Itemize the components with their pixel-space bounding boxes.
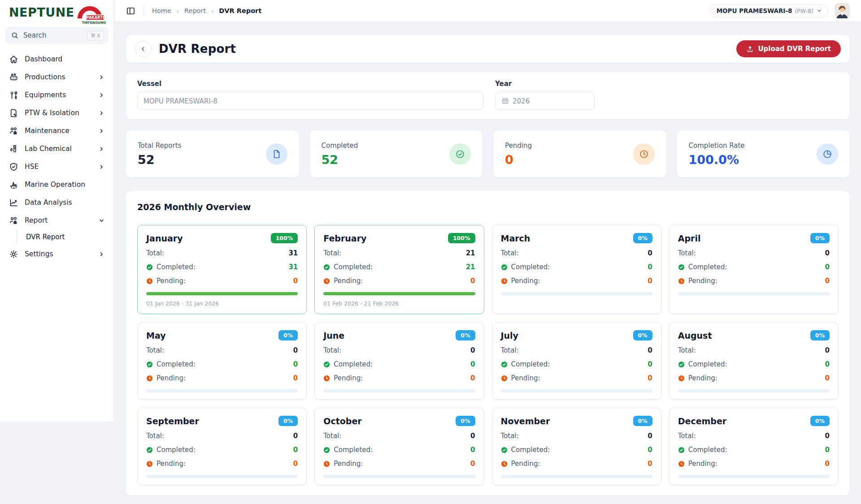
sidebar-item-maintenance[interactable]: Maintenance — [4, 122, 109, 140]
completed-label: Completed: — [334, 446, 373, 454]
breadcrumb-home[interactable]: Home — [152, 7, 171, 14]
stat-label: Pending — [505, 142, 532, 150]
total-label: Total: — [146, 432, 164, 440]
sidebar-item-productions[interactable]: Productions — [4, 68, 109, 86]
completed-label: Completed: — [688, 360, 727, 368]
progress-bar — [323, 389, 475, 392]
main-area: Home › Report › DVR Report MOPU PRAMESWA… — [115, 0, 861, 495]
sidebar-toggle-button[interactable] — [126, 6, 135, 16]
user-avatar[interactable] — [835, 3, 850, 18]
completed-value: 0 — [470, 446, 475, 454]
completed-value: 21 — [466, 263, 475, 271]
sidebar-item-hse[interactable]: HSE — [4, 158, 109, 176]
sidebar-item-marine-operation[interactable]: Marine Operation — [4, 176, 109, 194]
pending-label: Pending: — [511, 374, 540, 382]
progress-bar — [501, 389, 652, 392]
back-button[interactable] — [135, 41, 152, 57]
sidebar-item-settings[interactable]: Settings — [4, 245, 109, 263]
check-circle-icon — [449, 143, 471, 165]
progress-bar — [146, 292, 298, 295]
month-name: July — [501, 331, 519, 340]
brand-name: NEPTUNE — [9, 4, 74, 22]
pending-label: Pending: — [688, 460, 718, 468]
completed-value: 0 — [293, 360, 298, 368]
progress-bar — [501, 475, 652, 478]
clock-icon — [678, 461, 685, 467]
total-value: 21 — [466, 249, 475, 257]
completed-value: 0 — [825, 263, 830, 271]
stat-label: Total Reports — [138, 142, 181, 150]
year-picker[interactable]: 2026 — [495, 92, 595, 110]
chevron-left-icon — [140, 46, 147, 52]
stat-pending: Pending 0 — [493, 130, 666, 177]
month-card-november: November0% Total:0 Completed:0 Pending:0 — [492, 408, 661, 485]
chevron-right-icon — [98, 128, 105, 134]
pending-value: 0 — [293, 277, 298, 285]
sidebar-item-report[interactable]: Report — [4, 211, 109, 229]
percent-badge: 0% — [456, 330, 475, 340]
stat-value: 52 — [322, 153, 358, 167]
pending-value: 0 — [825, 374, 830, 382]
completed-value: 0 — [825, 360, 830, 368]
sidebar-item-label: Settings — [25, 250, 98, 258]
upload-dvr-report-button[interactable]: Upload DVR Report — [736, 40, 841, 57]
search-shortcut-badge: ⌘ K — [87, 31, 104, 40]
percent-badge: 0% — [810, 330, 830, 340]
line-chart-icon — [9, 198, 18, 207]
sidebar: NEPTUNE PAKARTI TIRTOAGUNG ⌘ K Dashboard… — [0, 0, 114, 422]
clock-icon — [501, 461, 508, 467]
clock-icon — [323, 461, 330, 467]
sidebar-item-ptw-isolation[interactable]: PTW & Isolation — [4, 104, 109, 122]
stat-completion-rate: Completion Rate 100.0% — [677, 130, 850, 177]
month-name: August — [678, 331, 712, 340]
pending-label: Pending: — [334, 460, 363, 468]
pending-value: 0 — [470, 460, 475, 468]
topbar-right: MOPU PRAMESWARI-8 (PW-8) — [710, 3, 850, 18]
vessel-selector[interactable]: MOPU PRAMESWARI-8 (PW-8) — [710, 4, 828, 17]
chevron-down-icon — [816, 8, 822, 14]
check-circle-icon — [323, 361, 330, 368]
months-grid: January100% Total:31 Completed:31 Pendin… — [137, 225, 839, 485]
sidebar-item-equipments[interactable]: Equipments — [4, 86, 109, 104]
check-circle-icon — [678, 447, 685, 453]
chevron-right-icon — [98, 92, 105, 99]
pending-label: Pending: — [511, 460, 540, 468]
breadcrumb-report[interactable]: Report — [184, 7, 206, 14]
permit-key-icon — [9, 108, 18, 118]
percent-badge: 0% — [633, 416, 652, 426]
pie-chart-icon — [817, 143, 838, 165]
breadcrumb-separator: › — [177, 8, 179, 14]
completed-label: Completed: — [511, 446, 550, 454]
percent-badge: 0% — [633, 330, 652, 340]
completed-label: Completed: — [157, 360, 196, 368]
brand-arch-logo: PAKARTI TIRTOAGUNG — [76, 4, 106, 25]
pending-label: Pending: — [334, 374, 363, 382]
pending-value: 0 — [293, 460, 298, 468]
check-circle-icon — [323, 447, 330, 453]
progress-bar — [678, 389, 830, 392]
sidebar-subitem-dvr-report[interactable]: DVR Report — [17, 229, 109, 244]
total-label: Total: — [678, 346, 696, 354]
sidebar-item-data-analysis[interactable]: Data Analysis — [4, 194, 109, 211]
sidebar-item-dashboard[interactable]: Dashboard — [4, 50, 109, 68]
total-value: 0 — [293, 346, 298, 354]
progress-bar — [323, 475, 475, 478]
sidebar-nav: Dashboard Productions Equipments PTW & I… — [4, 50, 109, 263]
sidebar-item-lab-chemical[interactable]: Lab Chemical — [4, 140, 109, 158]
progress-bar — [146, 475, 298, 478]
clock-icon — [501, 278, 508, 284]
month-date-range: 01 Jan 2026 - 31 Jan 2026 — [146, 300, 298, 307]
tools-icon — [9, 90, 18, 100]
sidebar-item-label: Maintenance — [25, 127, 98, 135]
maintenance-crew-icon — [9, 126, 18, 136]
stat-completed: Completed 52 — [310, 130, 483, 177]
pending-label: Pending: — [157, 277, 186, 285]
clock-icon — [323, 375, 330, 382]
search-input[interactable] — [23, 31, 87, 39]
percent-badge: 0% — [810, 233, 830, 243]
month-name: March — [501, 233, 531, 243]
vessel-input[interactable] — [144, 97, 477, 105]
month-name: April — [678, 233, 701, 243]
search-box[interactable]: ⌘ K — [5, 27, 109, 44]
check-circle-icon — [678, 264, 685, 271]
